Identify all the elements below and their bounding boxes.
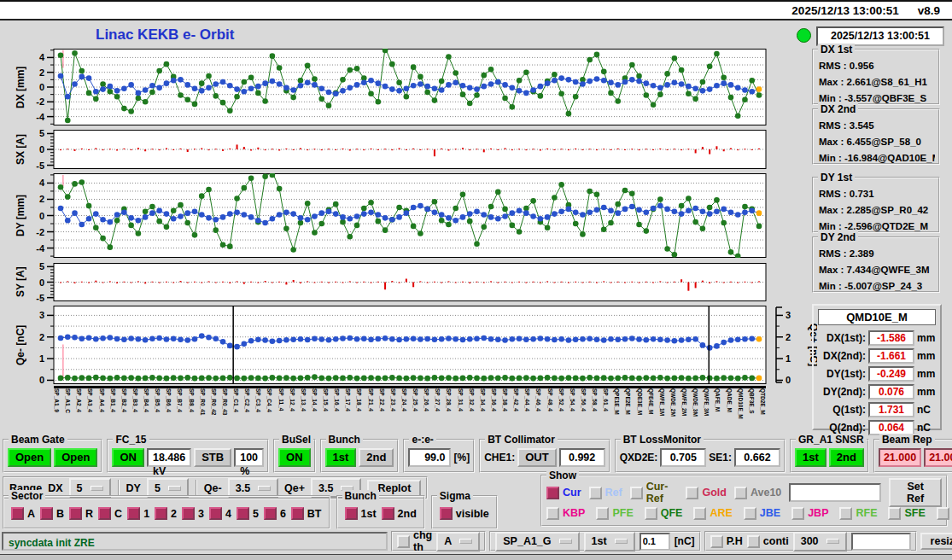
monitor-device-name[interactable]: QMD10E_M [818,309,936,325]
show-jbe-checkbox[interactable]: JBE [744,507,780,520]
sector-2-checkbox[interactable]: 2 [155,507,177,520]
points-select[interactable]: 300 [793,532,847,551]
titlebar-datetime: 2025/12/13 13:00:51 [791,4,898,17]
show-cur-checkbox[interactable]: Cur [546,487,581,499]
bpm-name-label: SP_R0_43 [222,388,228,435]
sector-4-checkbox[interactable]: 4 [209,507,231,520]
th-select[interactable]: A [436,532,480,551]
dy-orbit-plot[interactable]: 420-2-4 [32,173,817,258]
ee-ratio-value[interactable]: 99.0 [408,448,451,467]
sigma-visible-checkbox[interactable]: visible [440,507,489,520]
sector-r-checkbox[interactable]: R [69,507,93,520]
show-sfe-checkbox[interactable]: SFE [888,507,925,520]
show-rfe-checkbox[interactable]: RFE [839,507,877,520]
gr-a1-1st-button[interactable]: 1st [795,448,826,467]
se1-value: 0.662 [734,448,780,467]
bpm-name-label: SP_B2_4 [121,388,127,435]
monitor-dx1st-value: -1.586 [868,330,914,346]
dx1-rms: 0.956 [850,61,874,71]
bpm-name-label: SP_24_4 [401,388,407,435]
bpm-name-label: SP_B7_4 [177,388,183,435]
fc15-on-button[interactable]: ON [112,448,144,467]
bpm-name-label: SP_42_4 [513,388,519,435]
device-select-group: SP_A1_G 1st [nC] [489,531,700,551]
gr-a1-2nd-button[interactable]: 2nd [829,448,864,467]
show-qfe-checkbox[interactable]: QFE [645,507,683,520]
show-panel: Show Cur Ref Cur-Ref Gold Ave10 Set Ref … [540,475,948,527]
show-kbp-checkbox[interactable]: KBP [546,507,585,520]
option-menu-icon [826,539,839,544]
show-ref-checkbox[interactable]: Ref [589,487,622,499]
bpm-name-label: SP_48_4 [547,388,553,435]
bpm-name-label: SP_16_4 [334,388,340,435]
ref-name-input[interactable] [789,483,881,502]
aux-input[interactable] [851,533,911,551]
show-zre-checkbox[interactable]: ZRE [937,507,952,520]
svg-text:5: 5 [39,263,44,271]
sector-5-checkbox[interactable]: 5 [237,507,259,520]
bpm-name-label: SP_32_4 [469,388,475,435]
sector-3-checkbox[interactable]: 3 [182,507,204,520]
bpm-name-label: SP_44_4 [524,388,530,435]
bpm-name-label: SP_22_4 [379,388,385,435]
sy-steering-plot[interactable]: 50-5 [32,263,817,301]
bpm-name-label: QWFE_3M [704,388,710,435]
dx-orbit-plot[interactable]: 420-2-4 [32,49,817,125]
svg-text:3: 3 [39,310,44,320]
bpm-name-label: QWFE_1M [659,388,665,435]
bpm-name-label: SP_B6_4 [166,388,172,435]
bpm-name-label: QWDE_2M [670,388,676,435]
set-ref-button[interactable]: Set Ref [889,478,942,507]
stats-dy-1st-title: DY 1st [818,172,855,184]
bunch-2nd-checkbox[interactable]: 2nd [382,507,417,520]
bpm-name-label: SP_12_4 [289,388,295,435]
sector-c-checkbox[interactable]: C [98,507,122,520]
ph-checkbox[interactable]: P.H [710,535,743,548]
stats-dx-2nd-title: DX 2nd [818,103,858,115]
qxd2e-value: 0.705 [660,448,706,467]
show-jbp-checkbox[interactable]: JBP [791,507,828,520]
bpm-name-label: SP_18_4 [356,388,362,435]
conti-checkbox[interactable]: conti [747,535,789,548]
svg-text:1: 1 [39,353,44,364]
show-pfe-checkbox[interactable]: PFE [596,507,633,520]
bunch-1st-checkbox[interactable]: 1st [345,507,377,520]
busel-on-button[interactable]: ON [278,448,311,467]
fc15-percent-value: 100 % [234,448,264,467]
sector-1-checkbox[interactable]: 1 [127,507,149,520]
bunch-2nd-button[interactable]: 2nd [359,448,394,467]
qe-charge-plot[interactable]: 32103210Qe+ [nC] [32,306,817,384]
sx-steering-plot[interactable]: 50-5 [32,130,817,169]
svg-text:1: 1 [786,353,791,364]
sector-a-checkbox[interactable]: A [11,507,35,520]
bpm-name-label: SP_C4_4 [266,388,272,435]
show-ave10-checkbox[interactable]: Ave10 [734,487,781,499]
show-are-checkbox[interactable]: ARE [693,507,732,520]
bunch-1st-button[interactable]: 1st [325,448,357,467]
dx1-max: 2.661@S8_61_H1 [847,77,927,87]
svg-text:-4: -4 [36,112,45,122]
dx2-max: 6.455@SP_58_0 [847,137,921,147]
beam-gate-open-2-button[interactable]: Open [54,448,97,467]
bpm-name-label: SP_A2_4 [76,388,82,435]
svg-text:0: 0 [39,277,44,288]
beam-gate-open-1-button[interactable]: Open [8,448,51,467]
bpm-name-label: SP_13_4 [301,388,307,435]
show-gold-checkbox[interactable]: Gold [686,487,726,499]
sector-bt-checkbox[interactable]: BT [291,507,322,520]
bpm-name-label: QMD10E_M [738,388,744,435]
che1-value: 0.992 [559,448,605,467]
device-select[interactable]: SP_A1_G [495,532,579,551]
bpm-name-label: QAFE_M [715,388,721,435]
fc15-stb-button[interactable]: STB [194,448,231,467]
sector-b-checkbox[interactable]: B [40,507,64,520]
chg-th-checkbox[interactable]: chg th [397,529,432,553]
resize-button[interactable]: resize [920,533,952,550]
sector-6-checkbox[interactable]: 6 [264,507,286,520]
bunch-select[interactable]: 1st [584,532,635,551]
fc15-group: FC_15 ON 18.486 kV STB 100 % [107,439,269,473]
monitor-dx2nd-value: -1.661 [868,348,914,364]
che1-out-button[interactable]: OUT [517,448,556,467]
threshold-input[interactable] [640,533,670,551]
show-cur-ref-checkbox[interactable]: Cur-Ref [630,481,679,505]
